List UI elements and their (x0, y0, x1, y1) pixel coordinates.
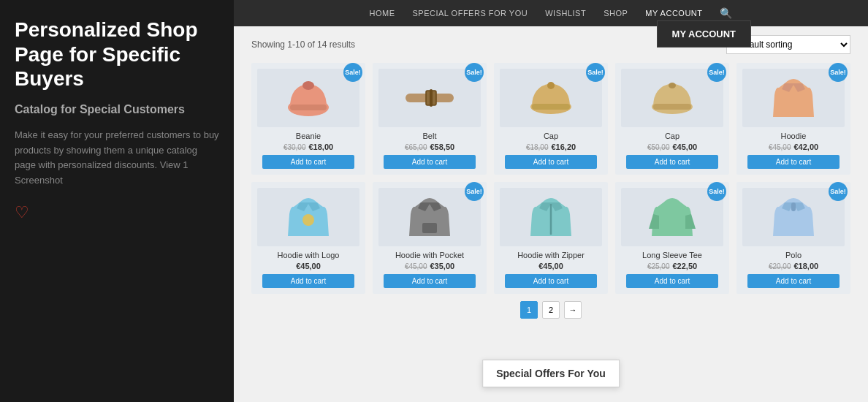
search-icon[interactable]: 🔍 (720, 7, 732, 19)
svg-rect-15 (791, 202, 796, 211)
product-name: Belt (423, 132, 437, 140)
add-to-cart-button[interactable]: Add to cart (262, 274, 354, 288)
product-image: Sale! (621, 188, 723, 246)
product-card: Sale!Polo€20,00€18,00Add to cart (736, 182, 850, 294)
price-area: €20,00€18,00 (769, 262, 818, 270)
sale-badge: Sale! (829, 182, 848, 201)
add-to-cart-button[interactable]: Add to cart (262, 155, 354, 169)
price-old: €50,00 (647, 143, 670, 151)
price-area: €45,00 (538, 262, 563, 270)
main-content: HOME SPECIAL OFFERS FOR YOU WISHLIST SHO… (234, 0, 868, 402)
price-new: €58,50 (430, 143, 454, 151)
add-to-cart-button[interactable]: Add to cart (747, 155, 840, 169)
price-new: €45,00 (672, 143, 697, 151)
product-name: Cap (665, 132, 679, 140)
price-old: €45,00 (769, 143, 791, 151)
product-image: Sale! (742, 188, 845, 246)
svg-rect-10 (653, 104, 691, 110)
add-to-cart-button[interactable]: Add to cart (384, 274, 476, 288)
product-card: Hoodie with Logo€45,00Add to cart (251, 182, 365, 294)
sale-badge: Sale! (707, 63, 726, 82)
product-image: Sale! (742, 69, 845, 127)
nav-wishlist[interactable]: WISHLIST (545, 9, 586, 18)
product-card: Sale!Long Sleeve Tee€25,00€22,50Add to c… (615, 182, 729, 294)
shop-area: Showing 1-10 of 14 results Default sorti… (234, 26, 868, 402)
price-area: €45,00 (296, 262, 321, 270)
add-to-cart-button[interactable]: Add to cart (505, 274, 597, 288)
svg-point-11 (669, 83, 676, 88)
results-bar: Showing 1-10 of 14 results Default sorti… (251, 35, 850, 54)
page-2-button[interactable]: 2 (542, 301, 560, 319)
price-new: €45,00 (538, 262, 563, 270)
price-new: €18,00 (308, 143, 333, 151)
add-to-cart-button[interactable]: Add to cart (505, 155, 597, 169)
sale-badge: Sale! (465, 63, 484, 82)
svg-point-12 (302, 214, 314, 226)
product-name: Long Sleeve Tee (642, 251, 702, 259)
price-area: €50,00€45,00 (647, 143, 697, 151)
pagination: 12→ (251, 294, 850, 323)
price-area: €45,00€42,00 (769, 143, 818, 151)
product-card: Sale!Hoodie€45,00€42,00Add to cart (736, 63, 850, 175)
price-new: €18,00 (793, 262, 818, 270)
add-to-cart-button[interactable]: Add to cart (626, 155, 718, 169)
price-area: €25,00€22,50 (647, 262, 697, 270)
nav-special-offers[interactable]: SPECIAL OFFERS FOR YOU (413, 9, 528, 18)
products-grid: Sale!Beanie€30,00€18,00Add to cartSale!B… (251, 63, 850, 294)
product-image: Sale! (500, 69, 602, 127)
nav-shop[interactable]: SHOP (604, 9, 628, 18)
product-card: Sale!Cap€50,00€45,00Add to cart (615, 63, 729, 175)
price-old: €25,00 (647, 262, 670, 270)
price-new: €35,00 (430, 262, 454, 270)
nav-home[interactable]: HOME (370, 9, 395, 18)
price-area: €18,00€16,20 (526, 143, 576, 151)
price-old: €20,00 (769, 262, 791, 270)
price-old: €30,00 (283, 143, 306, 151)
nav-my-account[interactable]: MY ACCOUNT (645, 9, 702, 18)
product-image (500, 188, 602, 246)
add-to-cart-button[interactable]: Add to cart (747, 274, 840, 288)
product-image: Sale! (621, 69, 723, 127)
page-1-button[interactable]: 1 (520, 301, 538, 319)
product-card: Sale!Beanie€30,00€18,00Add to cart (251, 63, 365, 175)
sale-badge: Sale! (586, 63, 605, 82)
sale-badge: Sale! (465, 182, 484, 201)
svg-rect-13 (422, 223, 437, 233)
product-name: Cap (544, 132, 558, 140)
sidebar-description: Make it easy for your preferred customer… (15, 128, 219, 189)
page-next-button[interactable]: → (564, 301, 582, 319)
product-name: Polo (785, 251, 802, 259)
my-account-dropdown: MY ACCOUNT (657, 20, 751, 48)
price-area: €45,00€35,00 (405, 262, 454, 270)
product-image (257, 188, 359, 246)
results-text: Showing 1-10 of 14 results (251, 39, 355, 50)
sidebar-title: Personalized Shop Page for Specific Buye… (15, 18, 219, 91)
product-card: Sale!Hoodie with Pocket€45,00€35,00Add t… (373, 182, 487, 294)
my-account-label: MY ACCOUNT (672, 29, 736, 39)
product-card: Sale!Belt€65,00€58,50Add to cart (373, 63, 487, 175)
product-image: Sale! (378, 188, 481, 246)
price-area: €30,00€18,00 (283, 143, 333, 151)
price-old: €18,00 (526, 143, 549, 151)
price-new: €45,00 (296, 262, 321, 270)
price-old: €65,00 (405, 143, 427, 151)
price-old: €45,00 (405, 262, 427, 270)
special-offers-tooltip: Special Offers For You (482, 360, 620, 387)
heart-icon[interactable]: ♡ (15, 203, 219, 222)
top-nav: HOME SPECIAL OFFERS FOR YOU WISHLIST SHO… (234, 0, 868, 26)
sidebar-subtitle: Catalog for Special Customers (15, 103, 219, 116)
product-name: Hoodie with Pocket (395, 251, 464, 259)
add-to-cart-button[interactable]: Add to cart (626, 274, 718, 288)
svg-rect-7 (532, 104, 570, 110)
product-card: Hoodie with Zipper€45,00Add to cart (494, 182, 608, 294)
price-new: €42,00 (793, 143, 818, 151)
product-card: Sale!Cap€18,00€16,20Add to cart (494, 63, 608, 175)
sale-badge: Sale! (829, 63, 848, 82)
tooltip-text: Special Offers For You (496, 368, 606, 379)
product-name: Beanie (296, 132, 321, 140)
product-image: Sale! (257, 69, 359, 127)
svg-rect-1 (290, 105, 327, 110)
svg-point-8 (547, 82, 555, 89)
svg-rect-5 (430, 89, 433, 107)
add-to-cart-button[interactable]: Add to cart (384, 155, 476, 169)
